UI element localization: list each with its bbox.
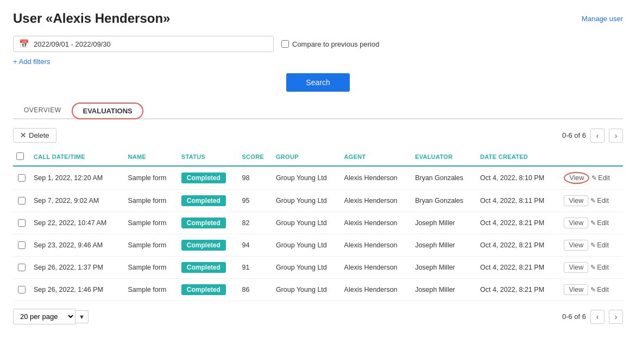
edit-button-5[interactable]: ✎ Edit <box>590 286 609 293</box>
row-checkbox-2[interactable] <box>18 219 26 227</box>
cell-evaluator-0: Bryan Gonzales <box>412 166 477 190</box>
footer-pagination-info: 0-6 of 6 ‹ › <box>562 310 623 324</box>
view-button-5[interactable]: View <box>564 284 588 295</box>
cell-group-0: Group Young Ltd <box>273 166 341 190</box>
cell-agent-4: Alexis Henderson <box>341 257 412 279</box>
cell-name-3: Sample form <box>125 234 178 257</box>
cell-evaluator-1: Bryan Gonzales <box>412 190 477 212</box>
pagination-prev-button[interactable]: ‹ <box>590 129 604 143</box>
compare-label[interactable]: Compare to previous period <box>281 40 379 48</box>
cell-datetime-5: Sep 26, 2022, 1:46 PM <box>30 279 125 301</box>
cell-agent-0: Alexis Henderson <box>341 166 412 190</box>
table-row: Sep 26, 2022, 1:46 PM Sample form Comple… <box>13 279 623 301</box>
footer-pagination-next-button[interactable]: › <box>609 310 623 324</box>
cell-datetime-0: Sep 1, 2022, 12:20 AM <box>30 166 125 190</box>
cell-score-0: 98 <box>238 166 272 190</box>
per-page-arrow-icon[interactable]: ▼ <box>75 310 89 323</box>
table-row: Sep 1, 2022, 12:20 AM Sample form Comple… <box>13 166 623 190</box>
edit-icon-2: ✎ <box>590 219 596 227</box>
col-header-datecreated: DATE CREATED <box>477 148 561 166</box>
col-header-group: GROUP <box>273 148 341 166</box>
pagination-next-button[interactable]: › <box>609 129 623 143</box>
cell-actions-2: View ✎ Edit <box>561 212 623 234</box>
cell-score-1: 95 <box>238 190 272 212</box>
delete-x-icon: ✕ <box>20 131 26 139</box>
tab-overview[interactable]: OVERVIEW <box>13 102 72 118</box>
cell-datecreated-4: Oct 4, 2022, 8:21 PM <box>477 257 561 279</box>
cell-actions-4: View ✎ Edit <box>561 257 623 279</box>
cell-group-4: Group Young Ltd <box>273 257 341 279</box>
edit-button-4[interactable]: ✎ Edit <box>590 264 609 271</box>
cell-score-3: 94 <box>238 234 272 257</box>
cell-datetime-3: Sep 23, 2022, 9:46 AM <box>30 234 125 257</box>
cell-status-2: Completed <box>178 212 239 234</box>
table-row: Sep 26, 2022, 1:37 PM Sample form Comple… <box>13 257 623 279</box>
cell-actions-0: View ✎ Edit <box>561 166 623 190</box>
edit-button-2[interactable]: ✎ Edit <box>590 219 609 227</box>
delete-button[interactable]: ✕ Delete <box>13 128 56 143</box>
cell-datecreated-5: Oct 4, 2022, 8:21 PM <box>477 279 561 301</box>
row-checkbox-5[interactable] <box>18 286 26 293</box>
footer-pagination-count: 0-6 of 6 <box>562 312 586 321</box>
pagination-info: 0-6 of 6 ‹ › <box>562 129 623 143</box>
search-button[interactable]: Search <box>286 73 349 92</box>
cell-datecreated-3: Oct 4, 2022, 8:21 PM <box>477 234 561 257</box>
calendar-icon: 📅 <box>19 39 29 49</box>
cell-group-1: Group Young Ltd <box>273 190 341 212</box>
view-button-2[interactable]: View <box>564 218 588 228</box>
manage-user-link[interactable]: Manage user <box>582 15 623 23</box>
row-checkbox-0[interactable] <box>18 174 26 182</box>
col-header-name: NAME <box>125 148 178 166</box>
cell-name-4: Sample form <box>125 257 178 279</box>
cell-score-2: 82 <box>238 212 272 234</box>
row-checkbox-1[interactable] <box>18 197 26 205</box>
date-range-input[interactable]: 📅 2022/09/01 - 2022/09/30 <box>13 36 274 52</box>
table-row: Sep 7, 2022, 9:02 AM Sample form Complet… <box>13 190 623 212</box>
cell-agent-3: Alexis Henderson <box>341 234 412 257</box>
add-filters-link[interactable]: + Add filters <box>13 58 623 66</box>
page-title: User «Alexis Henderson» <box>13 11 170 26</box>
per-page-dropdown[interactable]: 20 per page 50 per page 100 per page <box>13 309 75 324</box>
cell-status-4: Completed <box>178 257 239 279</box>
cell-datecreated-1: Oct 4, 2022, 8:11 PM <box>477 190 561 212</box>
table-row: Sep 22, 2022, 10:47 AM Sample form Compl… <box>13 212 623 234</box>
cell-datetime-1: Sep 7, 2022, 9:02 AM <box>30 190 125 212</box>
edit-icon-5: ✎ <box>590 286 596 293</box>
edit-button-3[interactable]: ✎ Edit <box>590 241 609 249</box>
evaluations-table: CALL DATE/TIME NAME STATUS SCORE GROUP A… <box>13 148 623 301</box>
cell-status-3: Completed <box>178 234 239 257</box>
view-button-3[interactable]: View <box>564 240 588 251</box>
col-header-datetime: CALL DATE/TIME <box>30 148 125 166</box>
edit-button-0[interactable]: ✎ Edit <box>591 174 610 182</box>
cell-evaluator-5: Joseph Miller <box>412 279 477 301</box>
cell-status-0: Completed <box>178 166 239 190</box>
table-header-row: CALL DATE/TIME NAME STATUS SCORE GROUP A… <box>13 148 623 166</box>
cell-agent-1: Alexis Henderson <box>341 190 412 212</box>
row-checkbox-3[interactable] <box>18 241 26 249</box>
cell-evaluator-2: Joseph Miller <box>412 212 477 234</box>
cell-actions-3: View ✎ Edit <box>561 234 623 257</box>
edit-button-1[interactable]: ✎ Edit <box>590 197 609 205</box>
cell-actions-5: View ✎ Edit <box>561 279 623 301</box>
compare-checkbox[interactable] <box>281 40 289 48</box>
edit-icon-0: ✎ <box>591 174 597 182</box>
table-row: Sep 23, 2022, 9:46 AM Sample form Comple… <box>13 234 623 257</box>
per-page-select[interactable]: 20 per page 50 per page 100 per page ▼ <box>13 309 89 324</box>
cell-score-4: 91 <box>238 257 272 279</box>
row-checkbox-4[interactable] <box>18 264 26 271</box>
cell-agent-2: Alexis Henderson <box>341 212 412 234</box>
pagination-count: 0-6 of 6 <box>562 131 586 139</box>
tab-evaluations[interactable]: EVALUATIONS <box>72 103 143 119</box>
select-all-checkbox[interactable] <box>16 152 24 160</box>
view-button-0[interactable]: View <box>564 172 589 184</box>
footer-pagination-prev-button[interactable]: ‹ <box>590 310 604 324</box>
cell-name-1: Sample form <box>125 190 178 212</box>
cell-score-5: 86 <box>238 279 272 301</box>
cell-name-0: Sample form <box>125 166 178 190</box>
view-button-4[interactable]: View <box>564 262 588 273</box>
delete-label: Delete <box>29 131 49 139</box>
cell-evaluator-3: Joseph Miller <box>412 234 477 257</box>
cell-name-5: Sample form <box>125 279 178 301</box>
cell-datetime-2: Sep 22, 2022, 10:47 AM <box>30 212 125 234</box>
view-button-1[interactable]: View <box>564 195 588 206</box>
